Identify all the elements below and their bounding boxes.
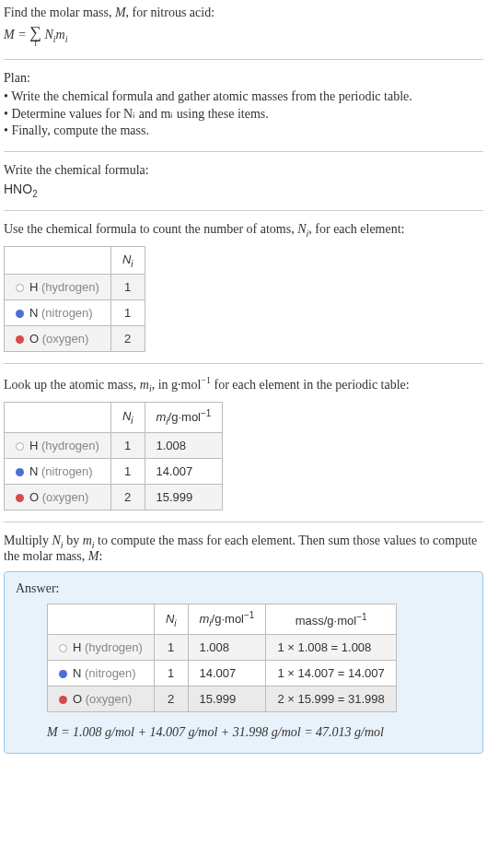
plan-item: • Write the chemical formula and gather … [4, 89, 483, 104]
element-dot-icon [16, 494, 24, 502]
table-header-row: Ni [5, 246, 145, 275]
plan-title: Plan: [4, 71, 483, 86]
table-row: O (oxygen) 2 [5, 326, 145, 352]
table-row: N (nitrogen) 1 14.007 [5, 458, 223, 484]
intro-line: Find the molar mass, M, for nitrous acid… [4, 6, 483, 20]
m-value: 14.007 [188, 661, 266, 686]
count-atoms-title: Use the chemical formula to count the nu… [4, 222, 483, 239]
lookup-mass-table: Ni mi/g·mol−1 H (hydrogen) 1 1.008 N (ni… [4, 402, 223, 510]
header-mi: mi/g·mol−1 [188, 604, 266, 635]
header-mi: mi/g·mol−1 [145, 402, 223, 432]
count-atoms-table: Ni H (hydrogen) 1 N (nitrogen) 1 O (oxyg… [4, 246, 145, 353]
answer-box: Answer: Ni mi/g·mol−1 mass/g·mol−1 H (hy… [4, 571, 483, 754]
header-Ni: Ni [154, 604, 188, 635]
table-row: H (hydrogen) 1 1.008 [5, 432, 223, 458]
N-value: 1 [110, 458, 145, 484]
element-dot-icon [16, 442, 24, 451]
element-cell: O (oxygen) [5, 484, 111, 510]
write-formula-section: Write the chemical formula: HNO2 [4, 163, 483, 211]
eq-N: N [41, 28, 53, 41]
answer-table: Ni mi/g·mol−1 mass/g·mol−1 H (hydrogen) … [47, 604, 397, 712]
element-dot-icon [16, 284, 24, 292]
element-name: (oxygen) [42, 490, 89, 504]
table-row: N (nitrogen) 1 14.007 1 × 14.007 = 14.00… [48, 661, 397, 686]
m-value: 15.999 [145, 484, 223, 510]
chemical-formula: HNO2 [4, 182, 483, 199]
answer-title: Answer: [16, 581, 471, 596]
N-value: 1 [110, 300, 145, 326]
element-name: (hydrogen) [41, 439, 99, 452]
eq-lhs: M = [4, 28, 29, 41]
final-equation: M = 1.008 g/mol + 14.007 g/mol + 31.998 … [47, 725, 471, 740]
t-M: M [88, 549, 99, 563]
table-row: H (hydrogen) 1 [5, 275, 145, 300]
write-formula-title: Write the chemical formula: [4, 163, 483, 178]
header-Ni: Ni [110, 402, 145, 432]
table-row: O (oxygen) 2 15.999 2 × 15.999 = 31.998 [48, 686, 397, 712]
formula-subscript: 2 [32, 189, 38, 199]
intro-section: Find the molar mass, M, for nitrous acid… [4, 6, 483, 60]
title-text-a: Use the chemical formula to count the nu… [4, 222, 297, 236]
N-value: 1 [154, 661, 188, 686]
element-symbol: O [73, 692, 82, 706]
element-dot-icon [59, 670, 67, 678]
element-symbol: H [29, 439, 38, 452]
lookup-mass-section: Look up the atomic mass, mi, in g·mol−1 … [4, 375, 483, 522]
title-m: m [140, 378, 149, 392]
title-sup: −1 [201, 375, 211, 385]
element-cell: H (hydrogen) [5, 275, 111, 300]
plan-item: • Determine values for Nᵢ and mᵢ using t… [4, 106, 483, 122]
t-m: m [83, 534, 92, 547]
table-row: N (nitrogen) 1 [5, 300, 145, 326]
element-symbol: H [29, 280, 38, 294]
eq-m-sub: i [65, 34, 68, 44]
element-dot-icon [16, 468, 24, 476]
header-mass: mass/g·mol−1 [266, 604, 396, 635]
table-header-row: Ni mi/g·mol−1 [5, 402, 223, 432]
compute-section: Multiply Ni by mi to compute the mass fo… [4, 534, 483, 766]
t-b: by [64, 534, 83, 547]
element-cell: O (oxygen) [5, 326, 111, 352]
blank-header [5, 246, 111, 275]
blank-header [5, 402, 111, 432]
blank-header [48, 604, 155, 635]
formula-base: HNO [4, 182, 32, 196]
N-value: 1 [110, 275, 145, 300]
m-value: 1.008 [145, 432, 223, 458]
N-value: 1 [154, 635, 188, 661]
lookup-title: Look up the atomic mass, mi, in g·mol−1 … [4, 375, 483, 393]
element-name: (hydrogen) [85, 640, 143, 654]
N-value: 2 [154, 686, 188, 712]
element-dot-icon [59, 696, 67, 704]
m-value: 15.999 [188, 686, 266, 712]
eq-m: m [56, 28, 65, 41]
count-atoms-section: Use the chemical formula to count the nu… [4, 222, 483, 364]
element-symbol: O [29, 490, 39, 504]
element-dot-icon [16, 335, 24, 344]
element-symbol: O [29, 332, 39, 346]
intro-text-b: , for nitrous acid: [126, 6, 215, 19]
element-dot-icon [59, 644, 67, 652]
t-a: Multiply [4, 534, 52, 547]
multiply-title: Multiply Ni by mi to compute the mass fo… [4, 534, 483, 565]
m-value: 14.007 [145, 458, 223, 484]
mass-value: 1 × 1.008 = 1.008 [266, 635, 396, 661]
element-name: (oxygen) [86, 692, 133, 706]
element-symbol: N [29, 306, 38, 320]
plan-item: • Finally, compute the mass. [4, 123, 483, 138]
table-row: O (oxygen) 2 15.999 [5, 484, 223, 510]
element-cell: H (hydrogen) [5, 432, 111, 458]
element-cell: H (hydrogen) [48, 635, 155, 661]
element-symbol: N [73, 666, 81, 680]
t-N: N [52, 534, 61, 547]
sigma-icon: ∑i [29, 24, 41, 48]
element-dot-icon [16, 310, 24, 318]
element-cell: N (nitrogen) [48, 661, 155, 686]
element-name: (oxygen) [42, 332, 89, 346]
table-row: H (hydrogen) 1 1.008 1 × 1.008 = 1.008 [48, 635, 397, 661]
m-value: 1.008 [188, 635, 266, 661]
header-Ni: Ni [110, 246, 145, 275]
title-text-a: Look up the atomic mass, [4, 378, 140, 392]
intro-M: M [115, 6, 126, 19]
table-header-row: Ni mi/g·mol−1 mass/g·mol−1 [48, 604, 397, 635]
